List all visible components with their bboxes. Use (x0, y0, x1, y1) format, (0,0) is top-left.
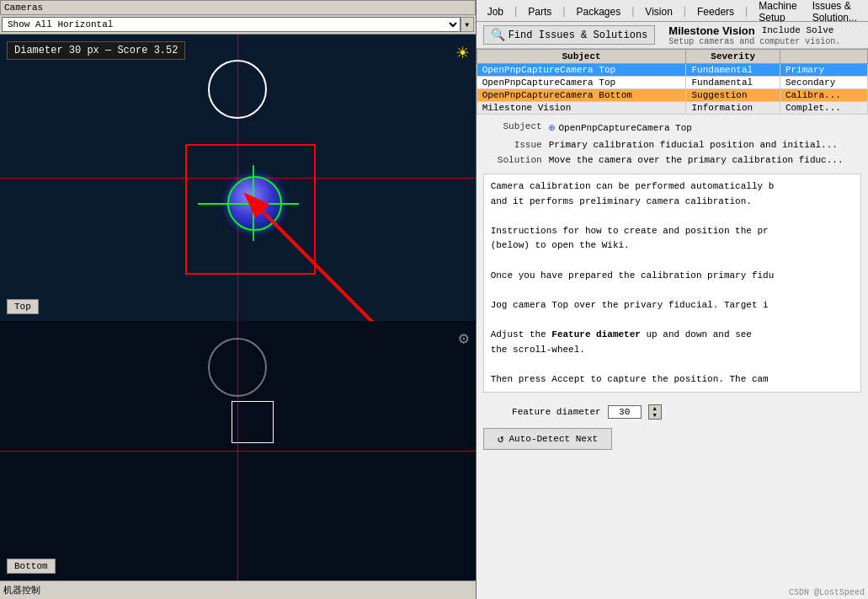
find-issues-button[interactable]: 🔍 Find Issues & Solutions (483, 25, 656, 45)
issues-table: Subject Severity OpenPnpCaptureCamera To… (477, 49, 868, 115)
camera-ring-top (208, 60, 267, 119)
cell-status: Primary (780, 64, 867, 77)
diameter-info: Diameter 30 px — Score 3.52 (7, 41, 185, 60)
spinner-up[interactable]: ▲ (649, 405, 661, 412)
col-status (780, 50, 867, 64)
milestone-vision-section: Milestone Vision Include Solve Setup cam… (668, 24, 840, 46)
bottom-camera-label-btn[interactable]: Bottom (7, 559, 56, 574)
table-row[interactable]: OpenPnpCaptureCamera Bottom Suggestion C… (477, 89, 867, 102)
cell-status: Secondary (780, 77, 867, 89)
issue-value: Primary calibration fiducial position an… (549, 140, 861, 150)
table-row[interactable]: OpenPnpCaptureCamera Top Fundamental Pri… (477, 64, 867, 77)
subject-value-container: ⊕ OpenPnpCaptureCamera Top (549, 121, 861, 135)
subject-row: Subject ⊕ OpenPnpCaptureCamera Top (483, 121, 861, 135)
watermark: CSDN @LostSpeed (789, 588, 865, 597)
feature-diameter-input[interactable] (608, 405, 642, 419)
table-row[interactable]: Milestone Vision Information Complet... (477, 102, 867, 115)
cell-subject: Milestone Vision (477, 102, 686, 115)
sun-icon: ☀ (456, 41, 468, 66)
camera-ring-bottom (208, 338, 267, 397)
solution-value: Move the camera over the primary calibra… (549, 155, 861, 165)
dropdown-arrow[interactable]: ▼ (461, 17, 474, 32)
green-crosshair-h (198, 203, 299, 205)
cameras-header: Cameras (0, 0, 476, 15)
cell-status: Complet... (780, 102, 867, 115)
milestone-title: Milestone Vision (668, 24, 754, 37)
solution-label: Solution (483, 155, 542, 165)
setup-text: Setup cameras and computer vision. (668, 37, 840, 46)
cell-severity: Suggestion (686, 89, 780, 102)
table-row[interactable]: OpenPnpCaptureCamera Top Fundamental Sec… (477, 77, 867, 89)
detail-section: Subject ⊕ OpenPnpCaptureCamera Top Issue… (477, 115, 868, 599)
top-camera-label-btn[interactable]: Top (7, 299, 39, 314)
cell-subject: OpenPnpCaptureCamera Top (477, 77, 686, 89)
feature-diameter-label: Feature diameter (483, 407, 601, 417)
bottom-camera-view: ⚙ Bottom (0, 321, 476, 580)
cell-severity: Fundamental (686, 64, 780, 77)
cell-severity: Information (686, 102, 780, 115)
green-crosshair-v (253, 165, 254, 241)
include-solve-text: Include Solve (762, 25, 834, 35)
solution-row: Solution Move the camera over the primar… (483, 155, 861, 165)
subject-label: Subject (483, 121, 542, 131)
cell-subject: OpenPnpCaptureCamera Top (477, 64, 686, 77)
cell-subject: OpenPnpCaptureCamera Bottom (477, 89, 686, 102)
subject-value: OpenPnpCaptureCamera Top (559, 123, 692, 133)
feature-diameter-row: Feature diameter ▲ ▼ (483, 401, 861, 423)
gear-icon: ⚙ (459, 328, 469, 349)
col-subject: Subject (477, 50, 686, 64)
subject-icon: ⊕ (549, 121, 556, 135)
search-icon: 🔍 (491, 28, 505, 42)
issue-row: Issue Primary calibration fiducial posit… (483, 140, 861, 150)
right-panel: Job | Parts | Packages | Vision | Feeder… (477, 0, 868, 599)
spinner-down[interactable]: ▼ (649, 412, 661, 419)
refresh-icon: ↺ (498, 432, 504, 446)
col-severity: Severity (686, 50, 780, 64)
cameras-title: Cameras (4, 3, 43, 13)
spinner-buttons: ▲ ▼ (648, 404, 662, 420)
tab-feeders[interactable]: Feeders (690, 3, 742, 19)
top-camera-view: Diameter 30 px — Score 3.52 ☀ (0, 35, 476, 321)
tab-vision[interactable]: Vision (637, 3, 679, 19)
tab-packages[interactable]: Packages (568, 3, 628, 19)
machine-control-label: 机器控制 (3, 584, 40, 596)
camera-select[interactable]: Show All Horizontal (2, 17, 461, 32)
tab-job[interactable]: Job (480, 3, 511, 19)
issues-toolbar: 🔍 Find Issues & Solutions Milestone Visi… (477, 22, 868, 49)
cell-status: Calibra... (780, 89, 867, 102)
auto-detect-button[interactable]: ↺ Auto-Detect Next (483, 428, 612, 450)
cell-severity: Fundamental (686, 77, 780, 89)
small-box (232, 401, 274, 443)
machine-control-bar: 机器控制 (0, 580, 476, 599)
camera-select-row: Show All Horizontal ▼ (0, 15, 476, 35)
auto-detect-label: Auto-Detect Next (509, 434, 599, 444)
find-issues-label: Find Issues & Solutions (509, 29, 648, 41)
issue-label: Issue (483, 140, 542, 150)
description-box: Camera calibration can be performed auto… (483, 174, 861, 393)
tab-bar: Job | Parts | Packages | Vision | Feeder… (477, 0, 868, 22)
tab-parts[interactable]: Parts (520, 3, 559, 19)
